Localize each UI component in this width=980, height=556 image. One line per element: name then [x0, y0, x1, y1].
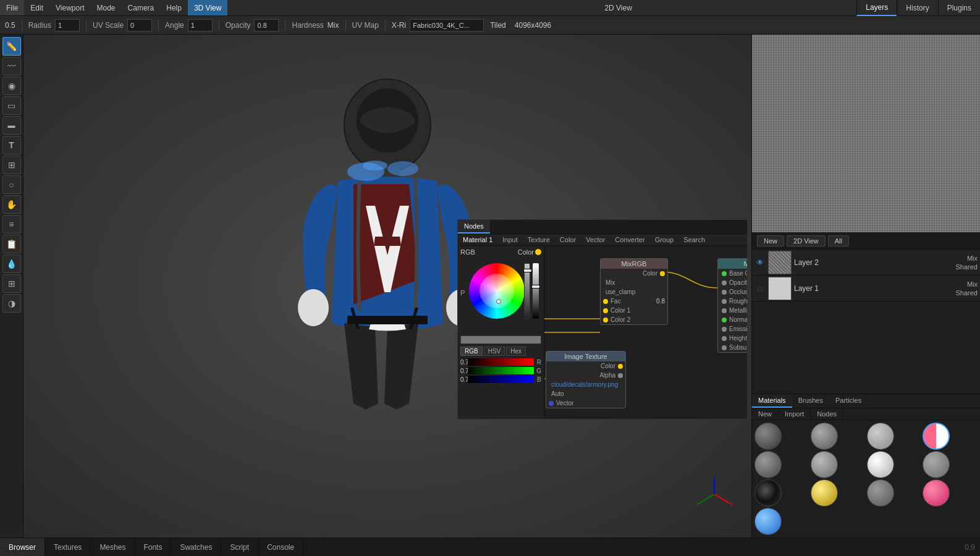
- channel-b-bar[interactable]: [468, 376, 534, 383]
- nodes-group[interactable]: Group: [650, 234, 679, 245]
- tool-circle[interactable]: ○: [2, 175, 21, 194]
- mode-rgb[interactable]: RGB: [460, 347, 483, 356]
- bottom-tab-meshes[interactable]: Meshes: [91, 538, 135, 557]
- img-filename[interactable]: cloud/decals/armory.png: [546, 380, 625, 389]
- menu-mode[interactable]: Mode: [91, 0, 122, 15]
- bottom-tab-fonts[interactable]: Fonts: [135, 538, 171, 557]
- tab-history[interactable]: History: [897, 0, 937, 16]
- channel-b-val: 0.7: [460, 376, 467, 383]
- angle-input[interactable]: [188, 19, 213, 32]
- layer-item-1[interactable]: □ Layer 1 Mix Shared: [752, 276, 980, 301]
- mat-swatch-3[interactable]: [923, 423, 950, 450]
- tool-library[interactable]: ⊞: [2, 274, 21, 293]
- tool-sphere[interactable]: ◑: [2, 294, 21, 313]
- tool-flatten[interactable]: ≡: [2, 215, 21, 234]
- color-wheel-container[interactable]: P: [460, 258, 541, 335]
- mat-swatch-7[interactable]: [923, 451, 950, 478]
- mat-swatch-10[interactable]: [867, 479, 894, 507]
- layers-new-btn[interactable]: New: [757, 235, 784, 246]
- alpha-bar[interactable]: [524, 263, 530, 319]
- nodes-texture[interactable]: Texture: [523, 234, 555, 245]
- mixrgb-fac-val: 0.8: [656, 298, 665, 305]
- tool-picker[interactable]: 💧: [2, 255, 21, 273]
- emission-label: Emission: [729, 326, 747, 332]
- tool-mask[interactable]: ▭: [2, 96, 21, 115]
- materials-new-btn[interactable]: New: [752, 408, 779, 419]
- menu-viewport[interactable]: Viewport: [49, 0, 90, 15]
- bottom-tab-browser[interactable]: Browser: [0, 538, 45, 557]
- bottom-tab-textures[interactable]: Textures: [45, 538, 91, 557]
- tool-fill[interactable]: ▬: [2, 116, 21, 135]
- nodes-vector[interactable]: Vector: [581, 234, 610, 245]
- menu-edit[interactable]: Edit: [24, 0, 49, 15]
- bottom-tab-script[interactable]: Script: [221, 538, 258, 557]
- bottom-tab-console[interactable]: Console: [258, 538, 303, 557]
- menu-help[interactable]: Help: [160, 0, 188, 15]
- layers-2dview-btn[interactable]: 2D View: [787, 235, 826, 246]
- basecolor-label: Base Color: [729, 270, 747, 277]
- menu-camera[interactable]: Camera: [122, 0, 161, 15]
- tab-layers[interactable]: Layers: [856, 0, 897, 16]
- nodes-tab-active[interactable]: Nodes: [458, 220, 490, 234]
- materials-nodes-btn[interactable]: Nodes: [811, 408, 843, 419]
- tool-book[interactable]: 📋: [2, 235, 21, 253]
- layer-visibility-1[interactable]: □: [754, 283, 766, 294]
- mat-swatch-9[interactable]: [811, 479, 838, 507]
- nodes-input[interactable]: Input: [497, 234, 522, 245]
- svg-text:Y: Y: [696, 501, 699, 507]
- color-wheel[interactable]: [469, 263, 525, 319]
- mixrgb-color1-row: Color 1: [601, 306, 667, 315]
- tab-materials[interactable]: Materials: [752, 394, 792, 408]
- brush-name[interactable]: [410, 19, 484, 32]
- channel-r-bar[interactable]: [468, 358, 534, 366]
- fabric-texture: [752, 35, 980, 232]
- layer-visibility-2[interactable]: 👁: [754, 257, 766, 268]
- tab-brushes[interactable]: Brushes: [792, 394, 829, 408]
- mode-hsv[interactable]: HSV: [484, 347, 505, 356]
- nodes-panel: Nodes Material 1 Input Texture Color Vec…: [457, 219, 748, 419]
- layers-panel: 👁 Layer 2 Mix Shared □ Layer 1 Mix Share…: [752, 250, 980, 394]
- color-swatch-bar[interactable]: [460, 335, 541, 344]
- mat-basecolor-row: Base Color: [718, 269, 747, 278]
- mat-swatch-11[interactable]: [923, 479, 950, 507]
- menu-3d-view[interactable]: 3D View: [188, 0, 227, 15]
- layers-all-btn[interactable]: All: [828, 235, 849, 246]
- menu-2d-view[interactable]: 2D View: [598, 0, 638, 15]
- opacity-input[interactable]: [254, 19, 279, 32]
- tool-soften[interactable]: ◉: [2, 77, 21, 95]
- mode-hex[interactable]: Hex: [506, 347, 526, 356]
- mat-swatch-0[interactable]: [754, 423, 782, 450]
- uvscale-input[interactable]: [127, 19, 152, 32]
- mat-swatch-8[interactable]: [754, 479, 782, 507]
- materials-import-btn[interactable]: Import: [779, 408, 811, 419]
- mat-swatch-5[interactable]: [811, 451, 838, 478]
- tab-plugins[interactable]: Plugins: [938, 0, 980, 16]
- mat-swatch-6[interactable]: [867, 451, 894, 478]
- nodes-search[interactable]: Search: [678, 234, 710, 245]
- radius-input[interactable]: [55, 19, 80, 32]
- nodes-material1[interactable]: Material 1: [458, 234, 497, 245]
- basecolor-socket: [722, 271, 727, 276]
- tool-grab[interactable]: ✋: [2, 195, 21, 214]
- occlusion-label: Occlusion: [729, 289, 747, 295]
- tool-projection[interactable]: ⊞: [2, 156, 21, 174]
- layer-item-2[interactable]: 👁 Layer 2 Mix Shared: [752, 250, 980, 276]
- view-2d[interactable]: [752, 35, 980, 232]
- menu-file[interactable]: File: [0, 0, 24, 15]
- bottom-tab-swatches[interactable]: Swatches: [171, 538, 221, 557]
- mixrgb-color2-label: Color 2: [610, 316, 630, 323]
- layer-props-1: Mix Shared: [956, 280, 978, 297]
- mixrgb-useclamp-label: use_clamp: [601, 287, 667, 297]
- mat-swatch-12[interactable]: [754, 508, 782, 535]
- channel-g-bar[interactable]: [468, 367, 534, 374]
- tool-smear[interactable]: 〰: [2, 57, 21, 75]
- nodes-color[interactable]: Color: [555, 234, 581, 245]
- tool-text[interactable]: T: [2, 136, 21, 154]
- value-bar[interactable]: [533, 263, 539, 319]
- mat-swatch-4[interactable]: [754, 451, 782, 478]
- mat-swatch-1[interactable]: [811, 423, 838, 450]
- mat-swatch-2[interactable]: [867, 423, 894, 450]
- nodes-converter[interactable]: Converter: [610, 234, 649, 245]
- tab-particles[interactable]: Particles: [829, 394, 868, 408]
- tool-paint[interactable]: ✏️: [2, 37, 21, 56]
